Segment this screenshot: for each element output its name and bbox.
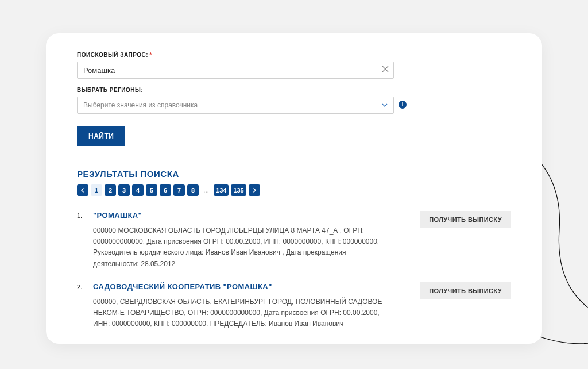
result-body: "РОМАШКА"000000 МОСКОВСКАЯ ОБЛАСТЬ ГОРОД… <box>93 211 420 270</box>
search-button[interactable]: НАЙТИ <box>77 126 125 146</box>
result-number: 2. <box>77 282 93 290</box>
search-input-wrap <box>77 62 511 79</box>
result-row: 1."РОМАШКА"000000 МОСКОВСКАЯ ОБЛАСТЬ ГОР… <box>77 211 511 270</box>
page-7[interactable]: 7 <box>173 184 185 196</box>
result-description: 000000 МОСКОВСКАЯ ОБЛАСТЬ ГОРОД ЛЮБЕРЦЫ … <box>93 225 392 270</box>
result-title-link[interactable]: "РОМАШКА" <box>93 211 408 220</box>
clear-search-button[interactable] <box>380 64 390 75</box>
page-3[interactable]: 3 <box>118 184 130 196</box>
region-select[interactable]: Выберите значения из справочника <box>77 97 394 114</box>
close-icon <box>382 66 389 72</box>
page-135[interactable]: 135 <box>231 184 246 196</box>
page-1[interactable]: 1 <box>91 184 102 196</box>
info-icon[interactable]: i <box>399 101 407 109</box>
chevron-right-icon <box>252 187 257 193</box>
search-label: ПОИСКОВЫЙ ЗАПРОС:* <box>77 52 511 58</box>
page-4[interactable]: 4 <box>132 184 144 196</box>
page-8[interactable]: 8 <box>187 184 199 196</box>
page-2[interactable]: 2 <box>105 184 116 196</box>
region-placeholder: Выберите значения из справочника <box>83 101 198 109</box>
results-list: 1."РОМАШКА"000000 МОСКОВСКАЯ ОБЛАСТЬ ГОР… <box>77 211 511 329</box>
page-5[interactable]: 5 <box>146 184 157 196</box>
page-6[interactable]: 6 <box>160 184 171 196</box>
result-body: САДОВОДЧЕСКИЙ КООПЕРАТИВ "РОМАШКА"000000… <box>93 282 420 330</box>
region-label: ВЫБРАТЬ РЕГИОНЫ: <box>77 87 511 93</box>
decorative-curve-left <box>0 195 34 264</box>
search-card: ПОИСКОВЫЙ ЗАПРОС:* ВЫБРАТЬ РЕГИОНЫ: Выбе… <box>46 33 542 344</box>
pager-next-button[interactable] <box>249 184 260 196</box>
page-134[interactable]: 134 <box>214 184 229 196</box>
pager-prev-button[interactable] <box>77 184 88 196</box>
required-asterisk: * <box>149 52 152 58</box>
result-row: 2.САДОВОДЧЕСКИЙ КООПЕРАТИВ "РОМАШКА"0000… <box>77 282 511 330</box>
results-heading: РЕЗУЛЬТАТЫ ПОИСКА <box>77 169 511 179</box>
chevron-left-icon <box>80 187 86 193</box>
result-number: 1. <box>77 211 93 219</box>
search-input[interactable] <box>77 62 394 79</box>
get-extract-button[interactable]: ПОЛУЧИТЬ ВЫПИСКУ <box>420 282 511 299</box>
result-title-link[interactable]: САДОВОДЧЕСКИЙ КООПЕРАТИВ "РОМАШКА" <box>93 282 408 291</box>
result-description: 000000, СВЕРДЛОВСКАЯ ОБЛАСТЬ, ЕКАТЕРИНБУ… <box>93 297 392 330</box>
pager-ellipsis: ... <box>201 186 211 194</box>
pager: 12345678...134135 <box>77 184 511 196</box>
region-select-wrap: Выберите значения из справочника i <box>77 97 394 114</box>
get-extract-button[interactable]: ПОЛУЧИТЬ ВЫПИСКУ <box>420 211 511 228</box>
